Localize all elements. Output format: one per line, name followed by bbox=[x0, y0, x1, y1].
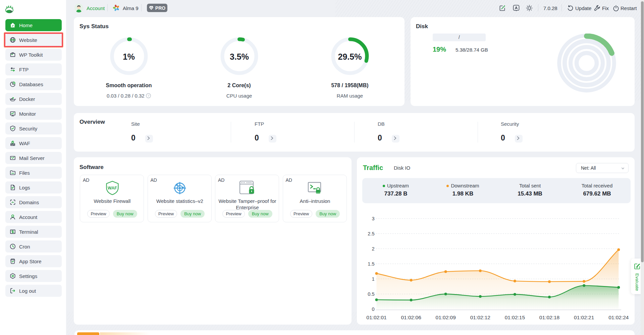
svg-text:WAF: WAF bbox=[108, 186, 117, 190]
svg-text:3: 3 bbox=[372, 216, 374, 221]
svg-text:01:02:06: 01:02:06 bbox=[401, 315, 421, 320]
svg-text:0.5: 0.5 bbox=[368, 291, 374, 297]
svg-text:01:02:21: 01:02:21 bbox=[574, 315, 594, 320]
svg-text:01:02:01: 01:02:01 bbox=[366, 315, 386, 320]
svg-text:2: 2 bbox=[372, 246, 374, 252]
svg-text:01:02:24: 01:02:24 bbox=[608, 315, 629, 320]
svg-text:1: 1 bbox=[372, 276, 374, 282]
svg-text:1.5: 1.5 bbox=[368, 261, 374, 267]
svg-text:2.5: 2.5 bbox=[368, 231, 374, 236]
svg-text:01:02:09: 01:02:09 bbox=[436, 315, 456, 320]
svg-text:0: 0 bbox=[372, 306, 374, 312]
svg-text:01:02:12: 01:02:12 bbox=[470, 315, 490, 320]
svg-text:01:02:18: 01:02:18 bbox=[539, 315, 559, 320]
svg-text:01:02:15: 01:02:15 bbox=[505, 315, 525, 320]
svg-text:?: ? bbox=[148, 94, 149, 98]
